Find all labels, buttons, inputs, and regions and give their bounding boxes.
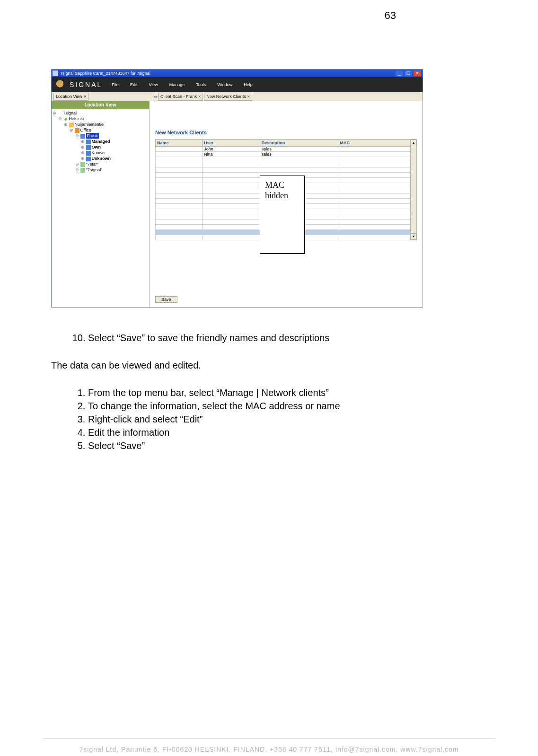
cell-blank[interactable] (156, 162, 203, 167)
cell-blank[interactable] (203, 209, 260, 214)
cell-blank[interactable] (156, 188, 203, 193)
cell-blank[interactable] (338, 193, 417, 199)
tab-new-network-clients[interactable]: New Network Clients× (204, 93, 252, 101)
cell-blank[interactable] (156, 178, 203, 183)
cell-blank[interactable] (156, 157, 203, 162)
cell-blank[interactable] (260, 157, 338, 162)
cell-blank[interactable] (338, 188, 417, 193)
menu-help[interactable]: Help (244, 82, 253, 87)
close-button[interactable]: ✕ (413, 70, 422, 77)
tree-node-managed[interactable]: ⊕ Managed (53, 139, 149, 144)
expander-icon[interactable]: ⊕ (53, 111, 58, 115)
cell-name[interactable] (156, 147, 203, 152)
col-user-header[interactable]: User (203, 140, 260, 147)
tree-node-known[interactable]: ⊕ Known (53, 150, 149, 156)
scrollbar[interactable]: ▴ ▾ (410, 139, 417, 240)
cell-blank[interactable] (338, 230, 417, 235)
close-icon[interactable]: × (198, 94, 201, 99)
cell-blank[interactable] (338, 204, 417, 209)
cell-mac[interactable] (338, 152, 417, 157)
cell-blank[interactable] (203, 230, 260, 235)
expander-icon[interactable]: ⊕ (81, 139, 86, 144)
cell-blank[interactable] (156, 209, 203, 214)
table-row[interactable] (156, 162, 417, 167)
cell-blank[interactable] (156, 225, 203, 230)
scroll-down-icon[interactable]: ▾ (411, 233, 416, 240)
cell-blank[interactable] (156, 199, 203, 204)
tree-node-own[interactable]: ⊕ Own (53, 144, 149, 150)
cell-blank[interactable] (338, 199, 417, 204)
menu-window[interactable]: Window (217, 82, 232, 87)
cell-blank[interactable] (203, 188, 260, 193)
cell-blank[interactable] (203, 214, 260, 220)
table-row[interactable]: Ninasales (156, 152, 417, 157)
tree-node-office[interactable]: ⊕ Office (53, 127, 149, 133)
cell-blank[interactable] (156, 214, 203, 220)
col-desc-header[interactable]: Description (260, 140, 338, 147)
close-icon[interactable]: × (247, 94, 250, 99)
cell-blank[interactable] (338, 220, 417, 225)
cell-blank[interactable] (203, 225, 260, 230)
tree-view[interactable]: ⊕ 7signal⊕ Helsinki⊕ Nuijamiestentie⊕ Of… (52, 109, 149, 173)
menu-view[interactable]: View (149, 82, 158, 87)
cell-blank[interactable] (338, 183, 417, 188)
cell-user[interactable]: John (203, 147, 260, 152)
tab-location-view[interactable]: Location View × (53, 93, 88, 101)
tree-node-frank[interactable]: ⊕ Frank (53, 133, 149, 139)
cell-blank[interactable] (338, 157, 417, 162)
cell-blank[interactable] (156, 220, 203, 225)
menu-tools[interactable]: Tools (196, 82, 206, 87)
tree-node--7signal-[interactable]: ⊕ "7signal" (53, 167, 149, 173)
maximize-button[interactable]: ☐ (404, 70, 413, 77)
tree-node--7star-[interactable]: ⊕ "7star" (53, 161, 149, 167)
scroll-up-icon[interactable]: ▴ (411, 140, 416, 146)
cell-blank[interactable] (203, 162, 260, 167)
tree-node-unknown[interactable]: ⊕ Unknown (53, 156, 149, 161)
cell-desc[interactable]: sales (260, 152, 338, 157)
cell-blank[interactable] (203, 199, 260, 204)
tab-client-scan-frank[interactable]: Client Scan - Frank× (158, 93, 203, 101)
cell-blank[interactable] (203, 157, 260, 162)
table-row[interactable] (156, 157, 417, 162)
cell-blank[interactable] (203, 193, 260, 199)
cell-blank[interactable] (338, 225, 417, 230)
cell-blank[interactable] (338, 167, 417, 173)
cell-blank[interactable] (338, 235, 417, 240)
cell-blank[interactable] (203, 204, 260, 209)
cell-name[interactable] (156, 152, 203, 157)
cell-blank[interactable] (338, 178, 417, 183)
cell-blank[interactable] (260, 162, 338, 167)
cell-blank[interactable] (203, 173, 260, 178)
tree-node-helsinki[interactable]: ⊕ Helsinki (53, 116, 149, 122)
cell-mac[interactable] (338, 147, 417, 152)
cell-desc[interactable]: sales (260, 147, 338, 152)
cell-blank[interactable] (156, 235, 203, 240)
cell-user[interactable]: Nina (203, 152, 260, 157)
cell-blank[interactable] (203, 183, 260, 188)
cell-blank[interactable] (203, 235, 260, 240)
cell-blank[interactable] (156, 230, 203, 235)
expander-icon[interactable]: ⊕ (75, 162, 80, 167)
col-name-header[interactable]: Name (156, 140, 203, 147)
expander-icon[interactable]: ⊕ (75, 167, 80, 172)
col-mac-header[interactable]: MAC (338, 140, 417, 147)
tree-node-7signal[interactable]: ⊕ 7signal (53, 110, 149, 116)
table-row[interactable] (156, 167, 417, 173)
cell-blank[interactable] (156, 204, 203, 209)
cell-blank[interactable] (156, 193, 203, 199)
cell-blank[interactable] (338, 162, 417, 167)
cell-blank[interactable] (203, 220, 260, 225)
minimize-button[interactable]: _ (395, 70, 404, 77)
cell-blank[interactable] (156, 173, 203, 178)
save-button[interactable]: Save (155, 296, 177, 303)
cell-blank[interactable] (338, 173, 417, 178)
expander-icon[interactable]: ⊕ (58, 116, 63, 121)
expander-icon[interactable]: ⊕ (64, 122, 69, 127)
cell-blank[interactable] (156, 167, 203, 173)
cell-blank[interactable] (260, 167, 338, 173)
cell-blank[interactable] (203, 167, 260, 173)
expander-icon[interactable]: ⊕ (75, 133, 80, 138)
expander-icon[interactable]: ⊕ (81, 150, 86, 155)
menu-file[interactable]: File (112, 82, 119, 87)
expander-icon[interactable]: ⊕ (70, 128, 75, 132)
